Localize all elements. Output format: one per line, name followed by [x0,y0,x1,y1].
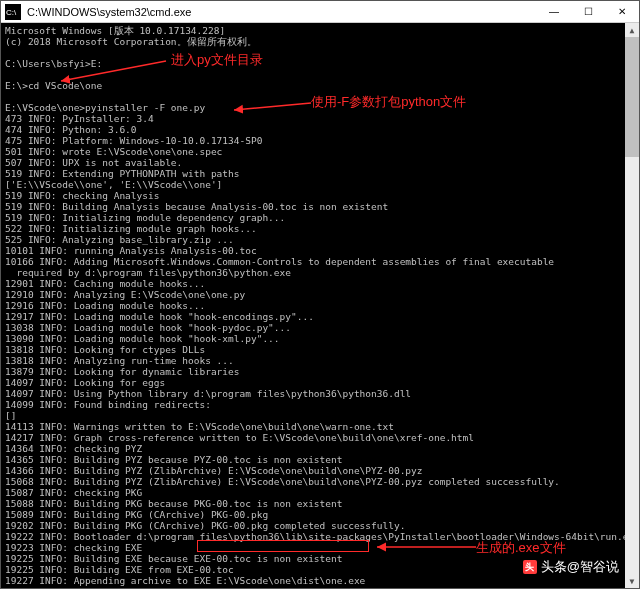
svg-text:C:\: C:\ [6,8,17,17]
minimize-button[interactable]: — [537,1,571,22]
watermark: 头 头条@智谷说 [523,558,619,576]
scroll-thumb[interactable] [625,37,639,157]
scrollbar[interactable]: ▲ ▼ [625,23,639,588]
cmd-window: C:\ C:\WINDOWS\system32\cmd.exe — ☐ ✕ Mi… [0,0,640,589]
watermark-text: 头条@智谷说 [541,558,619,576]
scroll-down-button[interactable]: ▼ [625,574,639,588]
window-controls: — ☐ ✕ [537,1,639,22]
cmd-icon: C:\ [5,4,21,20]
close-button[interactable]: ✕ [605,1,639,22]
maximize-button[interactable]: ☐ [571,1,605,22]
window-title: C:\WINDOWS\system32\cmd.exe [25,6,537,18]
terminal-output[interactable]: Microsoft Windows [版本 10.0.17134.228] (c… [1,23,639,588]
titlebar[interactable]: C:\ C:\WINDOWS\system32\cmd.exe — ☐ ✕ [1,1,639,23]
scroll-up-button[interactable]: ▲ [625,23,639,37]
watermark-logo-icon: 头 [523,560,537,574]
